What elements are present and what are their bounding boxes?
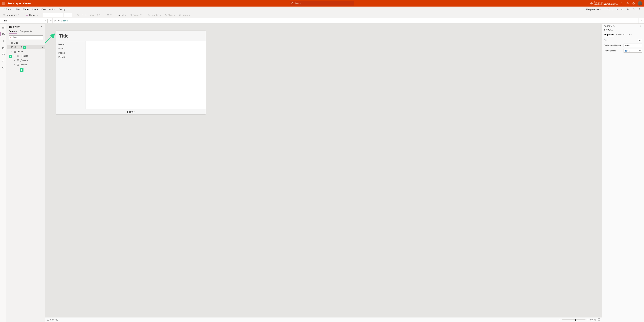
formula-input[interactable] (60, 19, 638, 22)
separator (13, 8, 14, 11)
canvas-area[interactable]: Title Menu Page1 Page2 Page3 Footer (45, 24, 602, 322)
menu-home[interactable]: Home (21, 6, 31, 12)
menu-action[interactable]: Action (48, 6, 57, 12)
undo-icon[interactable] (614, 6, 620, 12)
chevron-right-icon[interactable] (14, 64, 16, 65)
font-size-select[interactable] (64, 13, 72, 17)
rail-hamburger[interactable] (0, 25, 7, 31)
help-icon[interactable] (630, 0, 636, 6)
expand-icon[interactable] (640, 25, 642, 27)
canvas-page-link[interactable]: Page3 (58, 56, 83, 58)
svg-point-36 (2, 61, 3, 61)
svg-rect-23 (165, 15, 167, 15)
info-icon[interactable] (613, 25, 615, 27)
chevron-down-icon[interactable] (11, 51, 13, 52)
svg-rect-54 (17, 64, 19, 66)
props-tab-properties[interactable]: Properties (604, 32, 614, 37)
global-search-input[interactable] (294, 2, 353, 4)
tree-item-main[interactable]: _Main (7, 49, 45, 54)
svg-rect-24 (179, 14, 181, 16)
play-preview-icon[interactable] (625, 6, 631, 12)
notifications-icon[interactable] (618, 0, 624, 6)
props-tab-ideas[interactable]: Ideas (628, 32, 632, 37)
canvas-footer[interactable]: Footer (56, 109, 206, 114)
rail-insert[interactable] (0, 38, 7, 44)
new-screen-button[interactable]: New screen (2, 13, 21, 17)
svg-point-33 (2, 47, 4, 47)
svg-rect-44 (12, 42, 12, 44)
zoom-slider[interactable] (562, 320, 586, 320)
menu-view[interactable]: View (40, 6, 48, 12)
waffle-icon[interactable] (1, 1, 6, 6)
canvas-screen[interactable]: Title Menu Page1 Page2 Page3 Footer (56, 31, 206, 114)
expand-formula-bar[interactable] (638, 18, 644, 23)
environment-picker[interactable]: Environment Sascha Kuntze's Environ... (589, 1, 618, 5)
tree-item-footer[interactable]: _Footer (7, 62, 45, 67)
tree-search-input[interactable] (12, 36, 42, 38)
back-button[interactable]: Back (2, 6, 12, 12)
canvas-add-button[interactable] (198, 33, 202, 38)
chevron-down-icon (124, 14, 126, 16)
rail-advanced-tools[interactable] (0, 58, 7, 64)
svg-rect-22 (165, 14, 166, 15)
canvas-page-link[interactable]: Page1 (58, 47, 83, 50)
settings-gear-icon[interactable] (624, 0, 630, 6)
help-icon[interactable] (636, 6, 642, 12)
canvas-content-area[interactable] (86, 41, 206, 109)
prop-imgpos-select[interactable]: Fit (624, 49, 642, 53)
tab-screens[interactable]: Screens (9, 29, 17, 34)
prop-fill-color[interactable] (638, 39, 642, 42)
svg-point-6 (2, 4, 3, 4)
home-toolbar: New screen Theme B I U abc A Fill Border… (0, 12, 644, 18)
top-bar: Power Apps | Canvas Environment Sascha K… (0, 0, 644, 6)
rail-search[interactable] (0, 65, 7, 71)
prop-imgpos-label: Image position (604, 50, 617, 52)
canvas-page-link[interactable]: Page2 (58, 52, 83, 54)
canvas-header[interactable]: Title (56, 31, 206, 41)
chevron-right-icon[interactable] (14, 59, 16, 61)
rail-data[interactable] (0, 45, 7, 51)
theme-button[interactable]: Theme (25, 13, 40, 17)
fill-button[interactable]: Fill (117, 13, 128, 17)
svg-point-1 (4, 2, 4, 2)
fx-dropdown[interactable] (58, 20, 60, 22)
tree-item-app[interactable]: App (7, 41, 45, 45)
share-icon[interactable] (631, 6, 636, 12)
zoom-out-icon[interactable]: − (559, 318, 560, 321)
global-search[interactable] (290, 1, 354, 5)
fx-label: fx (53, 19, 58, 22)
new-screen-label: New screen (6, 14, 17, 16)
tree-item-header[interactable]: _Header (7, 54, 45, 58)
fit-to-screen-icon[interactable] (598, 318, 600, 321)
zoom-in-icon[interactable]: + (587, 318, 589, 321)
redo-icon[interactable] (620, 6, 625, 12)
svg-point-38 (2, 67, 4, 68)
prop-bg-select[interactable]: None (624, 43, 642, 47)
screen-icon (11, 46, 14, 48)
tree-title: Tree view (9, 25, 20, 28)
fit-icon (625, 50, 627, 52)
svg-point-42 (10, 37, 11, 38)
font-family-select[interactable] (43, 13, 63, 17)
search-icon (291, 2, 294, 4)
svg-rect-25 (179, 14, 180, 15)
close-panel-icon[interactable] (40, 25, 43, 28)
menu-file[interactable]: File (14, 6, 21, 12)
app-checker-icon[interactable] (606, 6, 612, 12)
responsive-app-label[interactable]: Responsive App (585, 8, 604, 10)
chevron-right-icon[interactable] (14, 55, 16, 57)
tree-item-content[interactable]: _Content (7, 58, 45, 62)
more-icon[interactable]: ⋯ (42, 46, 44, 48)
rail-media[interactable] (0, 51, 7, 57)
tab-components[interactable]: Components (20, 29, 32, 34)
props-tab-advanced[interactable]: Advanced (616, 32, 625, 37)
property-selector[interactable]: Fill (3, 18, 48, 23)
chevron-down-icon[interactable] (8, 46, 10, 48)
tree-search[interactable] (9, 35, 43, 39)
user-avatar[interactable] (638, 1, 642, 5)
menu-insert[interactable]: Insert (31, 6, 40, 12)
svg-point-8 (4, 4, 5, 4)
rail-tree-view[interactable] (0, 31, 7, 37)
svg-point-11 (627, 3, 628, 4)
menu-settings[interactable]: Settings (57, 6, 68, 12)
